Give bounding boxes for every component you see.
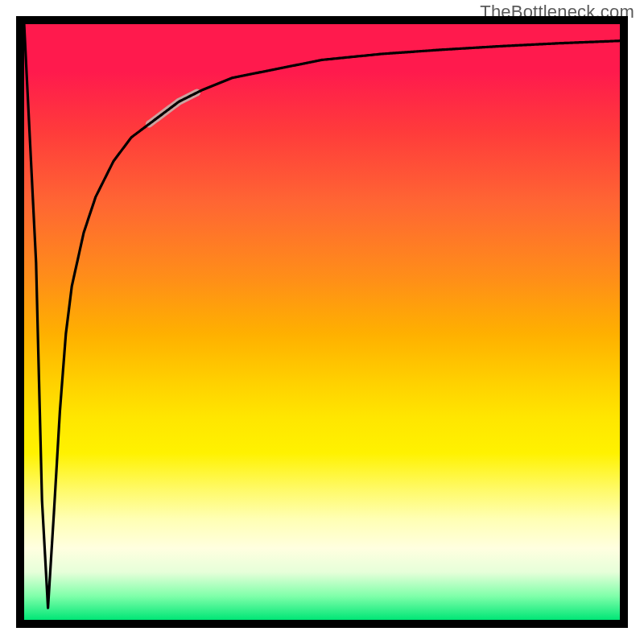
plot-area [16,16,628,628]
curve-layer [24,24,620,620]
chart-container: TheBottleneck.com [0,0,644,644]
bottleneck-curve-path [24,24,620,608]
